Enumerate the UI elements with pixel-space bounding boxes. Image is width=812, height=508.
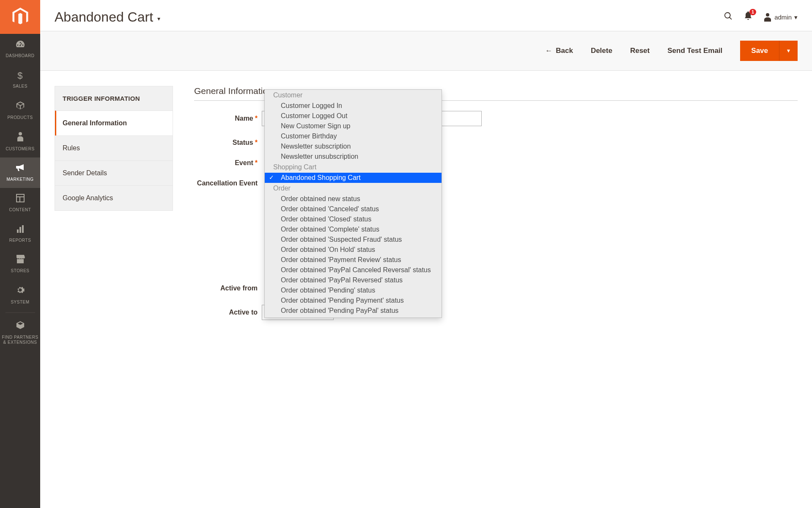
dropdown-item[interactable]: Order obtained 'Pending' status	[265, 285, 442, 295]
page-title[interactable]: Abandoned Cart ▾	[55, 9, 160, 25]
dropdown-group: Order	[265, 183, 442, 194]
person-icon	[16, 132, 24, 144]
nav-stores[interactable]: STORES	[0, 249, 40, 279]
tab-google-analytics[interactable]: Google Analytics	[55, 185, 173, 210]
dropdown-item[interactable]: Order obtained new status	[265, 194, 442, 204]
store-icon	[16, 255, 25, 266]
dropdown-item[interactable]: Order obtained 'Suspected Fraud' status	[265, 235, 442, 245]
user-icon	[763, 13, 772, 22]
nav-reports[interactable]: REPORTS	[0, 218, 40, 249]
label-name: Name	[235, 115, 253, 122]
dropdown-item[interactable]: Customer Logged In	[265, 101, 442, 111]
header: Abandoned Cart ▾ 1 admin ▾	[40, 0, 812, 31]
event-dropdown[interactable]: CustomerCustomer Logged InCustomer Logge…	[264, 89, 442, 318]
magento-logo[interactable]	[0, 0, 40, 34]
nav-label: SYSTEM	[11, 300, 29, 305]
nav-label: FIND PARTNERS & EXTENSIONS	[2, 335, 38, 345]
nav-label: DASHBOARD	[6, 53, 35, 58]
nav-label: REPORTS	[9, 238, 31, 243]
label-active-to: Active to	[229, 309, 258, 316]
page-title-text: Abandoned Cart	[55, 9, 153, 25]
notification-badge: 1	[749, 9, 756, 15]
dropdown-item[interactable]: Order obtained 'Closed' status	[265, 214, 442, 224]
required-star: *	[255, 139, 258, 146]
nav-partners[interactable]: FIND PARTNERS & EXTENSIONS	[0, 315, 40, 351]
dropdown-group: Shopping Cart	[265, 162, 442, 173]
dropdown-group: Customer	[265, 90, 442, 101]
bars-icon	[16, 224, 25, 235]
nav-marketing[interactable]: MARKETING	[0, 157, 40, 188]
dropdown-item[interactable]: Order obtained 'Payment Review' status	[265, 255, 442, 265]
dropdown-item[interactable]: Customer Logged Out	[265, 111, 442, 121]
gauge-icon	[15, 40, 25, 51]
nav-customers[interactable]: CUSTOMERS	[0, 126, 40, 157]
nav-content[interactable]: CONTENT	[0, 188, 40, 218]
magento-icon	[12, 8, 28, 26]
tab-sender-details[interactable]: Sender Details	[55, 160, 173, 185]
required-star: *	[255, 115, 258, 122]
megaphone-icon	[15, 163, 25, 174]
required-star: *	[255, 159, 258, 166]
dropdown-item[interactable]: Order obtained 'Pending PayPal' status	[265, 306, 442, 316]
dropdown-item[interactable]: Order obtained 'On Hold' status	[265, 245, 442, 255]
save-button[interactable]: Save	[740, 41, 779, 61]
back-button[interactable]: ← Back	[545, 47, 573, 55]
dropdown-item[interactable]: Order obtained 'PayPal Reversed' status	[265, 275, 442, 285]
dropdown-item[interactable]: Order obtained 'Complete' status	[265, 224, 442, 235]
user-menu[interactable]: admin ▾	[763, 13, 798, 22]
tabs-heading: TRIGGER INFORMATION	[55, 86, 173, 110]
nav-label: STORES	[11, 268, 30, 273]
dropdown-item[interactable]: Abandoned Shopping Cart	[265, 173, 442, 183]
caret-down-icon: ▾	[794, 14, 798, 21]
tab-general-information[interactable]: General Information	[55, 110, 173, 135]
dropdown-item[interactable]: Order obtained 'Processing' status	[265, 316, 442, 318]
gear-icon	[16, 285, 25, 297]
nav-label: MARKETING	[7, 177, 34, 182]
dropdown-item[interactable]: Order obtained 'Canceled' status	[265, 204, 442, 214]
arrow-left-icon: ←	[545, 47, 552, 55]
label-cancellation-event: Cancellation Event	[197, 179, 258, 187]
puzzle-icon	[16, 320, 25, 332]
nav-label: CUSTOMERS	[5, 146, 34, 152]
send-test-email-button[interactable]: Send Test Email	[667, 47, 722, 55]
left-nav: DASHBOARD $ SALES PRODUCTS CUSTOMERS MAR…	[0, 0, 40, 508]
nav-label: PRODUCTS	[7, 115, 33, 120]
dropdown-item[interactable]: Newsletter subscription	[265, 141, 442, 152]
dropdown-item[interactable]: Newsletter unsubscription	[265, 152, 442, 162]
nav-separator	[5, 312, 35, 313]
label-active-from: Active from	[220, 284, 258, 292]
nav-label: CONTENT	[9, 207, 31, 213]
nav-dashboard[interactable]: DASHBOARD	[0, 34, 40, 64]
back-label: Back	[556, 47, 573, 55]
dropdown-item[interactable]: New Customer Sign up	[265, 121, 442, 131]
tabs-sidebar: TRIGGER INFORMATION General Information …	[55, 86, 173, 211]
delete-button[interactable]: Delete	[591, 47, 612, 55]
label-event: Event	[235, 159, 253, 166]
reset-button[interactable]: Reset	[630, 47, 650, 55]
bell-icon[interactable]: 1	[744, 11, 752, 23]
layout-icon	[16, 194, 25, 205]
user-name: admin	[774, 14, 792, 21]
dollar-icon: $	[17, 70, 23, 81]
nav-products[interactable]: PRODUCTS	[0, 95, 40, 126]
dropdown-item[interactable]: Customer Birthday	[265, 131, 442, 141]
label-status: Status	[233, 139, 253, 146]
dropdown-item[interactable]: Order obtained 'PayPal Canceled Reversal…	[265, 265, 442, 275]
caret-down-icon: ▾	[157, 15, 160, 22]
nav-sales[interactable]: $ SALES	[0, 64, 40, 95]
tab-rules[interactable]: Rules	[55, 135, 173, 160]
box-icon	[16, 101, 25, 113]
dropdown-item[interactable]: Order obtained 'Pending Payment' status	[265, 295, 442, 306]
action-bar: ← Back Delete Reset Send Test Email Save…	[40, 31, 812, 71]
nav-system[interactable]: SYSTEM	[0, 279, 40, 311]
save-dropdown-button[interactable]: ▼	[779, 41, 798, 61]
form-area: General Information Name* Status* Event*…	[194, 86, 798, 493]
search-icon[interactable]	[724, 11, 733, 23]
nav-label: SALES	[13, 84, 27, 89]
